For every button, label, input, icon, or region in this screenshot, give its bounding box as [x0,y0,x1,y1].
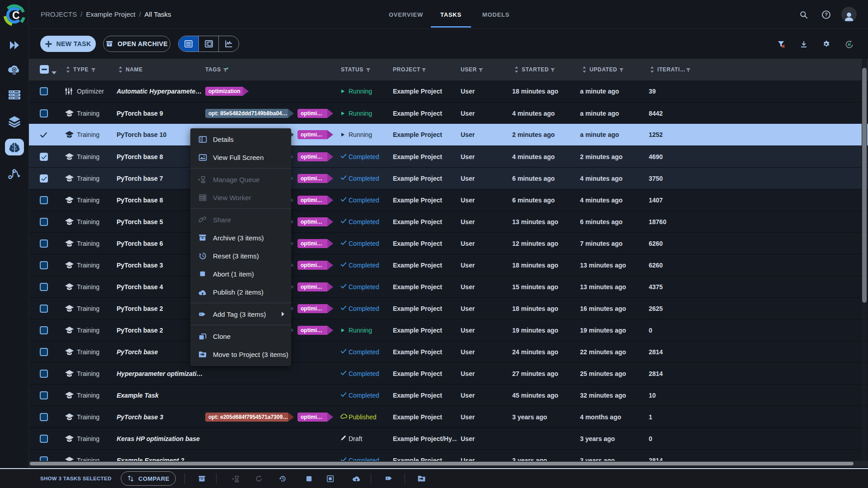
svg-text:C: C [12,9,20,21]
svg-text:?: ? [825,12,828,17]
